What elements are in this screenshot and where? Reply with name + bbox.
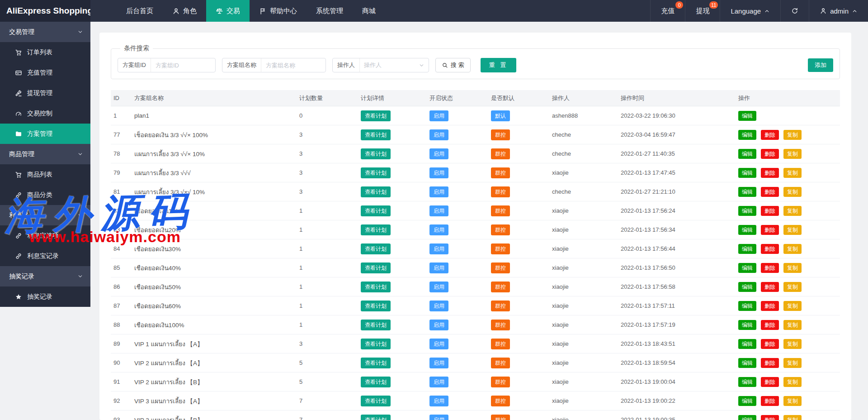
edit-button[interactable]: 编辑 [738,187,756,197]
enabled-badge[interactable]: 启用 [429,110,448,121]
view-plan-button[interactable]: 查看计划 [361,415,391,420]
delete-button[interactable]: 删除 [761,320,779,330]
edit-button[interactable]: 编辑 [738,206,756,216]
edit-button[interactable]: 编辑 [738,225,756,235]
sidebar-group-header[interactable]: 商品管理 [0,144,90,164]
enabled-badge[interactable]: 启用 [429,320,448,330]
edit-button[interactable]: 编辑 [738,301,756,311]
withdraw-button[interactable]: 提现 11 [685,0,720,22]
edit-button[interactable]: 编辑 [738,244,756,254]
default-badge[interactable]: 默认 [491,110,510,121]
copy-button[interactable]: 复制 [783,415,802,420]
enabled-badge[interactable]: 启用 [429,205,448,216]
default-badge[interactable]: 群控 [491,148,510,159]
view-plan-button[interactable]: 查看计划 [361,320,391,330]
sidebar-item[interactable]: 交易控制 [0,103,90,124]
edit-button[interactable]: 编辑 [738,149,756,159]
enabled-badge[interactable]: 启用 [429,301,448,311]
sidebar-item[interactable]: 利息宝记录 [0,246,90,266]
sidebar-item[interactable]: 利息宝选项 [0,225,90,246]
copy-button[interactable]: 复制 [783,377,802,387]
enabled-badge[interactable]: 启用 [429,339,448,349]
edit-button[interactable]: 编辑 [738,263,756,273]
edit-button[interactable]: 编辑 [738,415,756,420]
enabled-badge[interactable]: 启用 [429,396,448,406]
copy-button[interactable]: 复制 [783,187,802,197]
edit-button[interactable]: 编辑 [738,396,756,406]
enabled-badge[interactable]: 启用 [429,415,448,420]
language-dropdown[interactable]: Language [720,0,780,22]
sidebar-item[interactable]: 抽奖记录 [0,286,90,307]
search-button[interactable]: 搜 索 [435,58,471,72]
edit-button[interactable]: 编辑 [738,377,756,387]
search-input[interactable] [261,58,326,72]
topbar-menu-item[interactable]: 帮助中心 [250,0,307,22]
delete-button[interactable]: 删除 [761,263,779,273]
enabled-badge[interactable]: 启用 [429,148,448,159]
default-badge[interactable]: 群控 [491,415,510,420]
copy-button[interactable]: 复制 [783,225,802,235]
topbar-menu-item[interactable]: 角色 [163,0,206,22]
default-badge[interactable]: 群控 [491,377,510,387]
sidebar-item[interactable]: 提现管理 [0,83,90,103]
view-plan-button[interactable]: 查看计划 [361,205,391,216]
recharge-button[interactable]: 充值 0 [650,0,685,22]
delete-button[interactable]: 删除 [761,168,779,178]
sidebar-group-header[interactable]: 交易管理 [0,22,90,42]
edit-button[interactable]: 编辑 [738,168,756,178]
view-plan-button[interactable]: 查看计划 [361,224,391,235]
sidebar-item[interactable]: 充值管理 [0,62,90,83]
default-badge[interactable]: 群控 [491,282,510,292]
topbar-menu-item[interactable]: 商城 [353,0,385,22]
delete-button[interactable]: 删除 [761,130,779,140]
view-plan-button[interactable]: 查看计划 [361,301,391,311]
default-badge[interactable]: 群控 [491,129,510,140]
copy-button[interactable]: 复制 [783,168,802,178]
reset-button[interactable]: 重 置 [481,58,517,72]
default-badge[interactable]: 群控 [491,396,510,406]
copy-button[interactable]: 复制 [783,130,802,140]
copy-button[interactable]: 复制 [783,320,802,330]
default-badge[interactable]: 群控 [491,320,510,330]
enabled-badge[interactable]: 启用 [429,129,448,140]
topbar-menu-item[interactable]: 交易 [206,0,250,22]
add-button[interactable]: 添加 [808,58,833,72]
delete-button[interactable]: 删除 [761,244,779,254]
view-plan-button[interactable]: 查看计划 [361,396,391,406]
default-badge[interactable]: 群控 [491,224,510,235]
sidebar-group-header[interactable]: 利息宝 [0,205,90,225]
sidebar-group-header[interactable]: 抽奖记录 [0,266,90,286]
view-plan-button[interactable]: 查看计划 [361,339,391,349]
sidebar-item[interactable]: 方案管理 [0,124,90,144]
search-input[interactable] [151,58,215,72]
copy-button[interactable]: 复制 [783,206,802,216]
sidebar-item[interactable]: 订单列表 [0,42,90,62]
delete-button[interactable]: 删除 [761,339,779,349]
default-badge[interactable]: 群控 [491,167,510,178]
sidebar-toggle-button[interactable] [90,0,117,22]
default-badge[interactable]: 群控 [491,186,510,197]
user-menu[interactable]: admin [809,0,868,22]
view-plan-button[interactable]: 查看计划 [361,282,391,292]
view-plan-button[interactable]: 查看计划 [361,167,391,178]
topbar-menu-item[interactable]: 系统管理 [307,0,353,22]
enabled-badge[interactable]: 启用 [429,282,448,292]
view-plan-button[interactable]: 查看计划 [361,377,391,387]
view-plan-button[interactable]: 查看计划 [361,148,391,159]
copy-button[interactable]: 复制 [783,282,802,292]
view-plan-button[interactable]: 查看计划 [361,358,391,368]
edit-button[interactable]: 编辑 [738,111,756,121]
edit-button[interactable]: 编辑 [738,130,756,140]
enabled-badge[interactable]: 启用 [429,167,448,178]
copy-button[interactable]: 复制 [783,358,802,368]
enabled-badge[interactable]: 启用 [429,243,448,254]
delete-button[interactable]: 删除 [761,149,779,159]
copy-button[interactable]: 复制 [783,149,802,159]
delete-button[interactable]: 删除 [761,206,779,216]
topbar-menu-item[interactable]: 后台首页 [117,0,163,22]
delete-button[interactable]: 删除 [761,358,779,368]
view-plan-button[interactable]: 查看计划 [361,110,391,121]
view-plan-button[interactable]: 查看计划 [361,129,391,140]
enabled-badge[interactable]: 启用 [429,262,448,273]
copy-button[interactable]: 复制 [783,263,802,273]
